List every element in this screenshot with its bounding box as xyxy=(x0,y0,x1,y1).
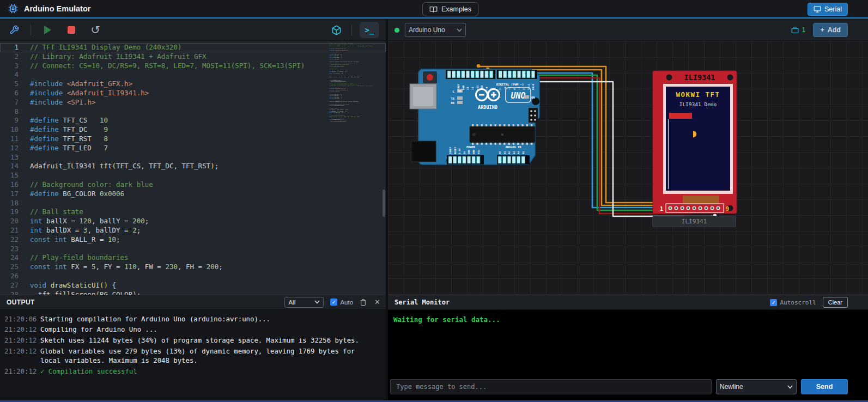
code-line[interactable]: 26 xyxy=(0,272,386,281)
output-log-line: 21:20:12✓ Compilation successful xyxy=(4,367,381,377)
line-ending-select[interactable]: Newline xyxy=(716,379,797,394)
parts-count-badge[interactable]: 1 xyxy=(791,26,805,34)
line-number: 9 xyxy=(0,116,19,125)
serial-message-input[interactable] xyxy=(390,379,712,394)
analog-pin-label: A5 xyxy=(522,151,525,154)
serial-button[interactable]: Serial xyxy=(808,3,848,16)
diagram-canvas[interactable]: AREFGND1312~11~10~987~6~54~32TX→1RX←0 DI… xyxy=(388,41,868,295)
digital-header-label: DIGITAL (PWM ~) xyxy=(496,83,524,86)
code-line[interactable]: 22const int BALL_R = 10; xyxy=(0,235,386,245)
code-line[interactable]: 28 tft.fillScreen(BG_COLOR); xyxy=(0,290,386,295)
power-pin-label: 3.3V xyxy=(458,148,461,154)
tft-screen-line2: ILI9341 Demo xyxy=(679,101,717,107)
tft-pin9-label: 9 xyxy=(726,206,729,212)
code-editor[interactable]: 1// TFT ILI9341 Display Demo (240x320)2/… xyxy=(0,41,386,295)
output-log-line: 21:20:12Global variables use 279 bytes (… xyxy=(4,346,381,367)
code-line[interactable]: 16// Background color: dark blue xyxy=(0,180,386,190)
output-filter-select[interactable]: All xyxy=(284,297,324,308)
code-line[interactable]: 7#include <SPI.h> xyxy=(0,98,386,107)
code-text: Adafruit_ILI9341 tft(TFT_CS, TFT_DC, TFT… xyxy=(19,162,218,171)
code-line[interactable]: 2// Library: Adafruit ILI9341 + Adafruit… xyxy=(0,52,386,62)
code-text: #define BG_COLOR 0x0006 xyxy=(19,190,124,199)
analog-pin-label: A0 xyxy=(499,151,501,154)
code-line[interactable]: 11#define TFT_RST 8 xyxy=(0,135,386,144)
code-line[interactable]: 17#define BG_COLOR 0x0006 xyxy=(0,190,386,199)
send-button[interactable]: Send xyxy=(801,379,848,394)
terminal-toggle-button[interactable]: >_ xyxy=(360,22,379,38)
analog-pin-label: A3 xyxy=(513,151,515,154)
code-line[interactable]: 8 xyxy=(0,107,386,117)
stop-button[interactable] xyxy=(64,22,79,38)
code-line[interactable]: 25const int FX = 5, FY = 110, FW = 230, … xyxy=(0,263,386,272)
editor-pane: ↺ >_ 1// TFT ILI9341 Display Demo (2 xyxy=(0,20,386,400)
digital-pin-label: ~9 xyxy=(485,87,488,90)
code-line[interactable]: 14Adafruit_ILI9341 tft(TFT_CS, TFT_DC, T… xyxy=(0,162,386,171)
editor-scrollbar[interactable] xyxy=(381,41,386,295)
board-select[interactable]: Arduino Uno xyxy=(405,23,466,37)
code-text: // Background color: dark blue xyxy=(19,180,153,190)
serial-button-label: Serial xyxy=(824,5,842,13)
code-line[interactable]: 6#include <Adafruit_ILI9341.h> xyxy=(0,89,386,98)
board-brand-label: ARDUINO xyxy=(478,105,497,110)
code-line[interactable]: 3// Connect: CS=10, DC/RS=9, RST=8, LED=… xyxy=(0,62,386,71)
arduino-uno-board[interactable]: AREFGND1312~11~10~987~6~54~32TX→1RX←0 DI… xyxy=(410,69,539,165)
power-pin-label: GND xyxy=(472,150,475,154)
diagram-pane: Arduino Uno 1 + Add xyxy=(388,20,868,400)
code-line[interactable]: 20int ballX = 120, ballY = 200; xyxy=(0,217,386,226)
restart-button[interactable]: ↺ xyxy=(88,22,103,38)
run-button[interactable] xyxy=(40,22,55,38)
autoscroll-checkbox[interactable]: ✓ xyxy=(770,299,777,306)
log-timestamp: 21:20:12 xyxy=(4,336,36,345)
code-line[interactable]: 18 xyxy=(0,199,386,208)
code-text: #define TFT_RST 8 xyxy=(19,135,108,144)
code-line[interactable]: 12#define TFT_LED 7 xyxy=(0,144,386,153)
code-text xyxy=(19,153,30,162)
add-label: Add xyxy=(828,26,841,34)
code-text: int ballDX = 3, ballDY = 2; xyxy=(19,226,141,235)
code-text: // TFT ILI9341 Display Demo (240x320) xyxy=(19,43,181,52)
code-text: // Connect: CS=10, DC/RS=9, RST=8, LED=7… xyxy=(19,62,305,71)
code-line[interactable]: 4 xyxy=(0,70,386,80)
code-line[interactable]: 13 xyxy=(0,153,386,162)
log-message: Compiling for Arduino Uno ... xyxy=(40,325,378,334)
code-line[interactable]: 5#include <Adafruit_GFX.h> xyxy=(0,80,386,89)
examples-button[interactable]: Examples xyxy=(422,2,478,16)
play-icon xyxy=(44,26,51,34)
code-text: #define TFT_LED 7 xyxy=(19,144,108,153)
line-number: 17 xyxy=(0,190,19,199)
library-manager-button[interactable] xyxy=(329,22,344,38)
log-timestamp: 21:20:06 xyxy=(4,315,36,324)
code-line[interactable]: 27void drawStaticUI() { xyxy=(0,281,386,290)
restart-icon: ↺ xyxy=(90,25,100,36)
cube-icon xyxy=(331,25,342,35)
code-line[interactable]: 23 xyxy=(0,245,386,254)
editor-scrollbar-thumb[interactable] xyxy=(383,190,385,217)
briefcase-icon xyxy=(791,26,799,34)
code-line[interactable]: 9#define TFT_CS 10 xyxy=(0,116,386,125)
digital-pin-label: GND xyxy=(462,85,465,90)
code-line[interactable]: 10#define TFT_DC 9 xyxy=(0,125,386,135)
output-log-list: 21:20:06Starting compilation for Arduino… xyxy=(0,309,386,377)
code-line[interactable]: 15 xyxy=(0,171,386,180)
clear-button[interactable]: Clear xyxy=(823,297,848,308)
digital-pin-label: 2 xyxy=(523,88,525,90)
part-tooltip: ILI9341 xyxy=(652,216,736,227)
code-line[interactable]: 24// Play-field boundaries xyxy=(0,253,386,263)
trash-icon[interactable] xyxy=(360,299,367,306)
toolbar-divider xyxy=(351,25,352,35)
monitor-icon xyxy=(814,5,821,13)
auto-checkbox-row: ✓ Auto xyxy=(330,299,353,306)
add-part-button[interactable]: + Add xyxy=(813,23,848,37)
auto-checkbox[interactable]: ✓ xyxy=(330,299,337,306)
close-output-icon[interactable]: ✕ xyxy=(373,298,381,306)
code-line[interactable]: 21int ballDX = 3, ballDY = 2; xyxy=(0,226,386,235)
code-line[interactable]: 1// TFT ILI9341 Display Demo (240x320) xyxy=(0,43,386,52)
line-number: 22 xyxy=(0,235,19,245)
ili9341-display[interactable]: ILI9341 WOKWI TFT ILI9341 Demo 1 9 xyxy=(653,71,737,214)
editor-minimap[interactable]: // TFT ILI9341 Display Demo (240x320)// … xyxy=(329,42,380,293)
code-line[interactable]: 19// Ball state xyxy=(0,208,386,217)
line-number: 11 xyxy=(0,135,19,144)
line-number: 6 xyxy=(0,89,19,98)
tools-button[interactable] xyxy=(7,22,22,38)
app-header: Arduino Emulator Examples Serial xyxy=(0,0,868,19)
